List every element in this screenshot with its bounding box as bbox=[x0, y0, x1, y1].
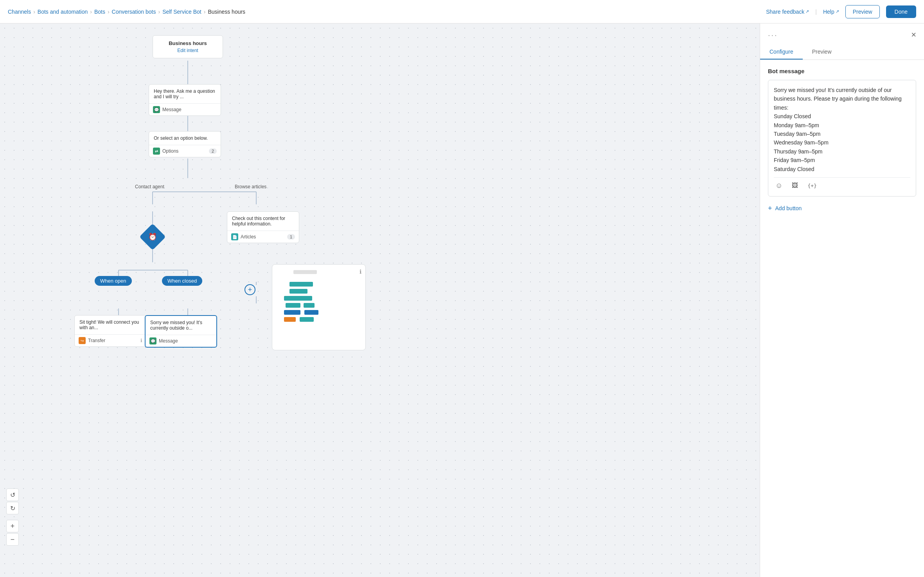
topnav-right: Share feedback ↗ | Help ↗ Preview Done bbox=[766, 5, 916, 18]
diamond-node[interactable]: ⏰ bbox=[141, 225, 164, 249]
tab-preview[interactable]: Preview bbox=[803, 45, 841, 60]
when-closed-icon: 💬 bbox=[149, 337, 156, 344]
message-1-text: Hey there. Ask me a question and I will … bbox=[149, 85, 221, 104]
transfer-icon: ↪ bbox=[79, 337, 86, 344]
message-node-1[interactable]: Hey there. Ask me a question and I will … bbox=[149, 84, 221, 116]
done-button[interactable]: Done bbox=[886, 5, 916, 18]
zoom-controls: + − bbox=[6, 520, 19, 546]
add-button-row[interactable]: + Add button bbox=[768, 204, 916, 213]
section-title: Bot message bbox=[768, 68, 916, 74]
breadcrumb-current: Business hours bbox=[208, 9, 245, 15]
business-hours-node[interactable]: Business hours Edit intent bbox=[153, 35, 223, 58]
when-closed-node[interactable]: Sorry we missed you! It's currently outs… bbox=[145, 315, 217, 348]
branch-open-label[interactable]: When open bbox=[95, 276, 132, 286]
redo-button[interactable]: ↻ bbox=[6, 502, 19, 514]
transfer-node[interactable]: Sit tight! We will connect you with an..… bbox=[74, 315, 147, 347]
message-content: Sorry we missed you! It's currently outs… bbox=[774, 86, 910, 173]
clock-icon: ⏰ bbox=[148, 233, 157, 241]
edit-intent-link[interactable]: Edit intent bbox=[159, 48, 216, 53]
canvas-area[interactable]: Business hours Edit intent Hey there. As… bbox=[0, 23, 760, 577]
browse-articles-label: Browse articles bbox=[235, 184, 266, 189]
branch-closed-label[interactable]: When closed bbox=[162, 276, 202, 286]
message-1-icon: 💬 bbox=[153, 106, 160, 113]
business-hours-title: Business hours bbox=[159, 40, 216, 46]
breadcrumb: Channels › Bots and automation › Bots › … bbox=[8, 9, 245, 15]
when-closed-text: Sorry we missed you! It's currently outs… bbox=[146, 316, 216, 335]
articles-badge: 1 bbox=[287, 234, 295, 240]
breadcrumb-bots[interactable]: Bots bbox=[94, 9, 105, 15]
share-feedback-link[interactable]: Share feedback ↗ bbox=[766, 9, 809, 15]
add-node-button[interactable]: + bbox=[244, 284, 255, 295]
options-badge: 2 bbox=[209, 148, 217, 154]
emoji-button[interactable]: ☺ bbox=[774, 181, 784, 191]
message-node-2[interactable]: Or select an option below. ⇄ Options 2 bbox=[149, 131, 221, 157]
panel-close-button[interactable]: × bbox=[911, 30, 916, 40]
main-layout: Business hours Edit intent Hey there. As… bbox=[0, 23, 924, 577]
preview-button[interactable]: Preview bbox=[845, 5, 880, 18]
chart-info-icon[interactable]: ℹ bbox=[360, 269, 361, 275]
transfer-footer: ↪ Transfer ℹ bbox=[75, 335, 146, 346]
when-closed-footer: 💬 Message bbox=[146, 335, 216, 347]
breadcrumb-channels[interactable]: Channels bbox=[8, 9, 31, 15]
undo-button[interactable]: ↺ bbox=[6, 489, 19, 501]
help-link[interactable]: Help ↗ bbox=[823, 9, 839, 15]
topnav: Channels › Bots and automation › Bots › … bbox=[0, 0, 924, 23]
variable-button[interactable]: {+} bbox=[806, 181, 818, 191]
articles-footer: 📄 Articles 1 bbox=[227, 231, 299, 243]
flow-connectors bbox=[0, 23, 760, 577]
add-button-label: Add button bbox=[775, 205, 802, 211]
message-editor[interactable]: Sorry we missed you! It's currently outs… bbox=[768, 80, 916, 197]
undo-redo-controls: ↺ ↻ bbox=[6, 489, 19, 514]
contact-agent-label: Contact agent bbox=[135, 184, 164, 189]
panel-more-button[interactable]: ··· bbox=[768, 31, 778, 40]
breadcrumb-bots-automation[interactable]: Bots and automation bbox=[38, 9, 88, 15]
panel-header: ··· × bbox=[760, 23, 924, 40]
articles-icon: 📄 bbox=[231, 233, 238, 240]
tab-configure[interactable]: Configure bbox=[760, 45, 803, 60]
message-2-footer: ⇄ Options 2 bbox=[149, 145, 221, 157]
message-1-footer: 💬 Message bbox=[149, 104, 221, 115]
mini-chart: ℹ bbox=[272, 264, 366, 350]
zoom-in-button[interactable]: + bbox=[6, 520, 19, 532]
articles-node[interactable]: Check out this content for helpful infor… bbox=[227, 211, 299, 243]
zoom-out-button[interactable]: − bbox=[6, 533, 19, 546]
panel-tabs: Configure Preview bbox=[760, 45, 924, 60]
add-button-plus-icon: + bbox=[768, 204, 772, 213]
transfer-info-icon: ℹ bbox=[140, 338, 142, 343]
breadcrumb-conversation-bots[interactable]: Conversation bots bbox=[112, 9, 156, 15]
message-2-text: Or select an option below. bbox=[149, 132, 221, 145]
breadcrumb-self-service-bot[interactable]: Self Service Bot bbox=[162, 9, 201, 15]
chart-bars bbox=[278, 282, 360, 322]
image-button[interactable]: 🖼 bbox=[790, 181, 800, 191]
message-toolbar: ☺ 🖼 {+} bbox=[774, 177, 910, 191]
articles-text: Check out this content for helpful infor… bbox=[227, 212, 299, 231]
right-panel: ··· × Configure Preview Bot message Sorr… bbox=[760, 23, 924, 577]
message-2-icon: ⇄ bbox=[153, 148, 160, 155]
panel-body: Bot message Sorry we missed you! It's cu… bbox=[760, 60, 924, 577]
transfer-text: Sit tight! We will connect you with an..… bbox=[75, 316, 146, 335]
